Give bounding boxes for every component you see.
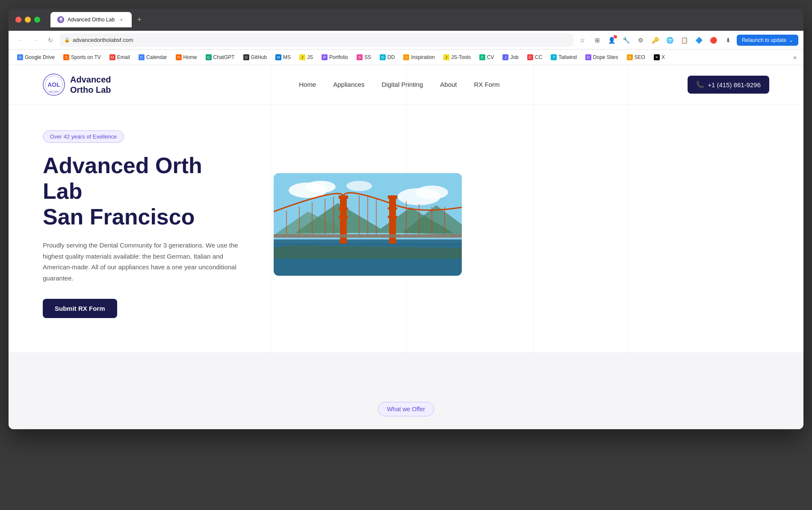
bookmark-label: SEO [635, 54, 645, 60]
bookmark-label: Email [117, 54, 130, 60]
bookmark-cc[interactable]: C CC [524, 53, 546, 62]
bookmark-ss[interactable]: S SS [353, 53, 375, 62]
bookmark-calendar[interactable]: C Calendar [135, 53, 171, 62]
forward-button[interactable]: → [29, 34, 41, 46]
bookmark-label: Google Drive [25, 54, 55, 60]
svg-rect-20 [388, 195, 397, 199]
hero-image-container [274, 173, 462, 276]
phone-button[interactable]: 📞 +1 (415) 861-9296 [688, 76, 769, 94]
nav-appliances[interactable]: Appliances [333, 81, 364, 88]
bookmark-seo[interactable]: S SEO [623, 53, 649, 62]
submit-rx-form-button[interactable]: Submit RX Form [43, 299, 117, 318]
traffic-lights [15, 17, 40, 23]
bookmark-js-tools[interactable]: J JS-Tools [440, 53, 474, 62]
bookmark-cv[interactable]: C CV [476, 53, 498, 62]
relaunch-label: Relaunch to update [742, 37, 786, 43]
bookmark-inspiration[interactable]: I Inspiration [400, 53, 438, 62]
svg-rect-22 [339, 216, 348, 218]
nav-about[interactable]: About [440, 81, 457, 88]
bookmark-label: ChatGPT [213, 54, 235, 60]
password-icon[interactable]: 🔑 [650, 34, 661, 46]
bookmark-chatgpt[interactable]: G ChatGPT [202, 53, 238, 62]
site-logo[interactable]: AOL AOL·ADV Advanced Ortho Lab [43, 74, 111, 96]
bookmark-label: GitHub [251, 54, 267, 60]
bookmark-favicon-icon: ✕ [654, 54, 660, 60]
bookmark-job[interactable]: J Job [499, 53, 522, 62]
bookmark-email[interactable]: M Email [106, 53, 133, 62]
bookmark-github[interactable]: ⊙ GitHub [240, 53, 270, 62]
browser-window: 🦷 Advanced Ortho Lab × + ← → ↻ 🔒 advance… [9, 9, 803, 429]
bookmark-dd[interactable]: D DD [376, 53, 398, 62]
bookmark-favicon-icon: M [109, 54, 115, 60]
bookmark-favicon-icon: S [357, 54, 363, 60]
nav-home[interactable]: Home [299, 81, 316, 88]
bookmark-favicon-icon: ⊙ [243, 54, 249, 60]
bookmark-favicon-icon: S [627, 54, 633, 60]
download-icon[interactable]: ⬇ [722, 34, 734, 46]
logo-icon: AOL AOL·ADV [43, 74, 65, 96]
nav-digital-printing[interactable]: Digital Printing [382, 81, 423, 88]
addon2-icon[interactable]: 📋 [679, 34, 691, 46]
close-window-button[interactable] [15, 17, 21, 23]
tab-close-button[interactable]: × [118, 16, 125, 23]
addon4-icon[interactable]: 🔴 [708, 34, 720, 46]
phone-number: +1 (415) 861-9296 [708, 81, 761, 88]
svg-rect-24 [388, 216, 397, 218]
bookmark-home[interactable]: H Home [172, 53, 201, 62]
lens-icon[interactable]: ⊞ [591, 34, 603, 46]
bookmark-label: CV [487, 54, 494, 60]
bookmarks-more-button[interactable]: » [791, 54, 798, 61]
notification-dot [614, 35, 617, 38]
minimize-window-button[interactable] [25, 17, 31, 23]
extensions-icon[interactable]: 🔧 [620, 34, 632, 46]
svg-rect-21 [339, 207, 348, 209]
address-bar[interactable]: 🔒 advancedortholabsf.com [60, 33, 573, 47]
nav-rx-form[interactable]: RX Form [474, 81, 500, 88]
svg-text:AOL·ADV: AOL·ADV [49, 90, 59, 93]
phone-icon: 📞 [696, 81, 704, 88]
addon1-icon[interactable]: 🌐 [664, 34, 676, 46]
bookmark-label: CC [535, 54, 542, 60]
reload-button[interactable]: ↻ [44, 34, 56, 46]
bookmark-favicon-icon: I [403, 54, 409, 60]
what-we-offer-badge[interactable]: What we Offer [378, 402, 434, 416]
bookmark-favicon-icon: H [176, 54, 182, 60]
bookmark-label: Inspiration [411, 54, 434, 60]
bookmark-sports[interactable]: S Sports on TV [60, 53, 104, 62]
bookmark-js[interactable]: J JS [296, 53, 316, 62]
bookmarks-bar: G Google Drive S Sports on TV M Email C … [9, 50, 803, 65]
tab-title: Advanced Ortho Lab [68, 17, 115, 23]
bookmark-favicon-icon: C [527, 54, 533, 60]
bookmark-favicon-icon: C [479, 54, 485, 60]
back-button[interactable]: ← [14, 34, 26, 46]
bookmark-label: Dope Sites [593, 54, 618, 60]
hero-description: Proudly serving the Dental Community for… [43, 240, 239, 283]
secure-icon: 🔒 [64, 37, 70, 43]
bookmark-google-drive[interactable]: G Google Drive [14, 53, 58, 62]
bookmark-dope-sites[interactable]: D Dope Sites [582, 53, 622, 62]
extensions2-icon[interactable]: ⚙ [635, 34, 647, 46]
relaunch-chevron-icon: ⌄ [789, 37, 793, 43]
bookmark-favicon-icon: D [585, 54, 591, 60]
bookmark-label: Tailwind [558, 54, 577, 60]
golden-gate-bridge-image [274, 173, 462, 276]
svg-rect-14 [274, 239, 462, 243]
bookmark-star-icon[interactable]: ☆ [577, 34, 589, 46]
bookmark-portfolio[interactable]: P Portfolio [318, 53, 351, 62]
bookmark-label: DD [387, 54, 395, 60]
logo-text: Advanced Ortho Lab [70, 74, 111, 95]
bookmark-label: X [661, 54, 665, 60]
svg-point-8 [416, 186, 448, 199]
bookmark-label: SS [364, 54, 371, 60]
maximize-window-button[interactable] [34, 17, 40, 23]
relaunch-button[interactable]: Relaunch to update ⌄ [737, 35, 798, 46]
active-tab[interactable]: 🦷 Advanced Ortho Lab × [50, 12, 132, 27]
svg-point-9 [346, 181, 372, 191]
svg-rect-23 [388, 207, 397, 209]
new-tab-button[interactable]: + [133, 14, 145, 26]
bookmark-x[interactable]: ✕ X [650, 53, 668, 62]
addon3-icon[interactable]: 🔷 [693, 34, 705, 46]
bookmark-ms[interactable]: M MS [272, 53, 294, 62]
toolbar-icons: ☆ ⊞ 👤 🔧 ⚙ 🔑 🌐 📋 🔷 🔴 ⬇ Relaunch to update… [577, 34, 798, 46]
bookmark-tailwind[interactable]: T Tailwind [547, 53, 580, 62]
